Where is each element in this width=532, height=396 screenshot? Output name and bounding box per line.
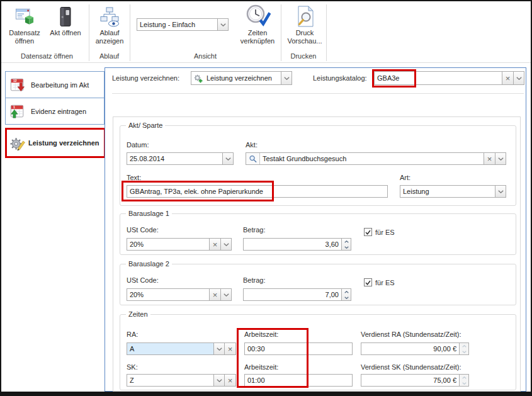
arbeitszeit-sk-label: Arbeitszeit: <box>244 363 278 371</box>
calendar-up-icon: 1 <box>9 103 26 120</box>
betrag-value: 3,60 <box>244 239 341 250</box>
leistungskatalog-value: GBA3e <box>375 72 502 84</box>
open-record-label-2: öffnen <box>15 37 34 45</box>
link-times-label-2: verknüpfen <box>241 37 274 45</box>
content-panel: Akt/ Sparte Datum: 25.08.2014 Akt: <box>113 116 521 392</box>
show-flow-icon <box>99 4 120 29</box>
clear-button[interactable]: × <box>224 375 235 386</box>
dropdown-button[interactable] <box>213 375 224 386</box>
betrag-spinner[interactable] <box>341 289 351 300</box>
arbeitszeit-sk-value: 01:00 <box>245 375 352 386</box>
verdienst-sk-spinner <box>459 375 468 386</box>
sidebar-item-label: Bearbeitung im Akt <box>31 81 89 89</box>
fuer-es-label: für ES <box>375 229 395 236</box>
verdienst-sk-value: 75,00 € <box>361 375 459 386</box>
ra-field[interactable]: A × <box>127 342 236 355</box>
sk-value: Z <box>127 375 213 386</box>
betrag-field[interactable]: 3,60 <box>243 238 351 251</box>
svg-text:1: 1 <box>13 105 15 109</box>
art-label: Art: <box>400 174 410 182</box>
datum-label: Datum: <box>127 141 149 149</box>
arbeitszeit-ra-value: 00:30 <box>245 343 352 354</box>
ra-label: RA: <box>127 331 138 339</box>
dropdown-button[interactable] <box>495 186 506 197</box>
clear-button[interactable]: × <box>224 343 235 354</box>
fuer-es-checkbox[interactable] <box>364 278 372 286</box>
link-times-icon <box>245 4 271 29</box>
sk-label: SK: <box>127 363 138 371</box>
verdienst-ra-spinner <box>459 343 468 354</box>
betrag-spinner[interactable] <box>341 239 351 250</box>
sidebar-item-label: Leistung verzeichnen <box>28 139 99 147</box>
verdienst-ra-field[interactable]: 90,00 € <box>361 342 469 355</box>
leistung-verzeichnen-label: Leistung verzeichnen: <box>112 74 179 82</box>
ust-code-value: 20% <box>127 289 209 300</box>
text-field[interactable]: GBAntrag, TP3a, elek. ohne Papierurkunde <box>127 185 388 198</box>
dropdown-button[interactable] <box>220 289 231 300</box>
sidebar-item-leistung-verzeichnen[interactable]: Leistung verzeichnen <box>5 128 106 158</box>
text-label: Text: <box>127 174 141 182</box>
link-times-button[interactable]: Zeiten verknüpfen <box>233 4 282 45</box>
dropdown-button[interactable] <box>220 239 231 250</box>
fuer-es-checkbox[interactable] <box>364 228 372 236</box>
calendar-down-icon: 12 <box>9 77 26 93</box>
view-select-combobox[interactable]: Leistung - Einfach <box>137 18 229 31</box>
header-separator <box>112 93 524 94</box>
magnifier-icon[interactable] <box>246 153 260 164</box>
ribbon-group-label-datensatz: Datensatz öffnen <box>5 52 89 60</box>
open-akt-button[interactable]: Akt öffnen <box>45 4 86 37</box>
groupbox-barauslage-1: Barauslage 1 USt Code: 20% × Betrag: 3,6… <box>120 213 516 255</box>
dropdown-button[interactable] <box>281 72 291 84</box>
verdienst-ra-value: 90,00 € <box>361 343 459 354</box>
dropdown-button[interactable] <box>213 343 224 354</box>
sk-field[interactable]: Z × <box>127 374 236 387</box>
ust-code-label: USt Code: <box>127 226 159 234</box>
sidebar-item-evidenz-eintragen[interactable]: 1 Evidenz eintragen <box>5 98 105 125</box>
akt-value: Testakt Grundbuchsgesuch <box>260 153 484 164</box>
leistung-verzeichnen-combobox[interactable]: Leistung verzeichnen <box>191 71 292 85</box>
fuer-es-checkbox-row[interactable]: für ES <box>364 228 395 236</box>
view-select-value: Leistung - Einfach <box>137 19 217 30</box>
groupbox-title: Zeiten <box>126 310 150 318</box>
groupbox-akt-sparte: Akt/ Sparte Datum: 25.08.2014 Akt: <box>120 125 516 206</box>
groupbox-title: Akt/ Sparte <box>126 122 165 129</box>
sidebar-item-bearbeitung-im-akt[interactable]: 12 Bearbeitung im Akt <box>5 71 105 98</box>
clear-button[interactable]: × <box>209 239 220 250</box>
clear-button[interactable]: × <box>209 289 220 300</box>
ust-code-field[interactable]: 20% × <box>127 288 232 301</box>
ribbon-group-label-ansicht: Ansicht <box>130 52 281 60</box>
datum-value: 25.08.2014 <box>127 153 222 164</box>
fuer-es-label: für ES <box>375 279 395 286</box>
dropdown-button[interactable] <box>495 153 506 164</box>
arbeitszeit-ra-field[interactable]: 00:30 <box>244 342 353 355</box>
show-flow-button[interactable]: Ablauf anzeigen <box>91 4 128 45</box>
groupbox-barauslage-2: Barauslage 2 USt Code: 20% × Betrag: 7,0… <box>120 264 516 305</box>
leistungskatalog-field[interactable]: GBA3e × <box>374 71 524 85</box>
print-preview-button[interactable]: Druck Vorschau... <box>285 4 325 45</box>
clear-button[interactable]: × <box>502 72 513 84</box>
view-select-dropdown-button[interactable] <box>217 19 228 30</box>
art-field[interactable]: Leistung <box>400 185 506 198</box>
ra-value: A <box>127 343 213 354</box>
text-value: GBAntrag, TP3a, elek. ohne Papierurkunde <box>127 186 387 197</box>
akt-field[interactable]: Testakt Grundbuchsgesuch × <box>246 152 506 165</box>
fuer-es-checkbox-row[interactable]: für ES <box>364 278 395 286</box>
show-flow-label-1: Ablauf <box>99 29 119 37</box>
open-record-button[interactable]: Datensatz öffnen <box>5 4 44 45</box>
leistungskatalog-label: Leistungskatalog: <box>313 74 367 82</box>
open-record-label-1: Datensatz <box>9 29 40 37</box>
verdienst-sk-field[interactable]: 75,00 € <box>361 374 469 387</box>
ust-code-field[interactable]: 20% × <box>127 238 232 251</box>
verdienst-ra-label: Verdienst RA (Stundensatz/Zeit): <box>361 331 461 339</box>
print-preview-icon <box>295 4 315 29</box>
datum-field[interactable]: 25.08.2014 <box>127 152 234 165</box>
svg-text:12: 12 <box>13 79 17 82</box>
dropdown-button[interactable] <box>222 153 233 164</box>
clear-button[interactable]: × <box>484 153 495 164</box>
groupbox-zeiten: Zeiten RA: A × Arbeitszeit: 00:30 Verdie… <box>120 314 516 390</box>
betrag-field[interactable]: 7,00 <box>243 288 351 301</box>
ribbon-group-label-drucken: Drucken <box>281 52 326 60</box>
arbeitszeit-sk-field[interactable]: 01:00 <box>244 374 353 387</box>
dropdown-button[interactable] <box>513 72 524 84</box>
ribbon-bottom-line <box>1 62 531 63</box>
